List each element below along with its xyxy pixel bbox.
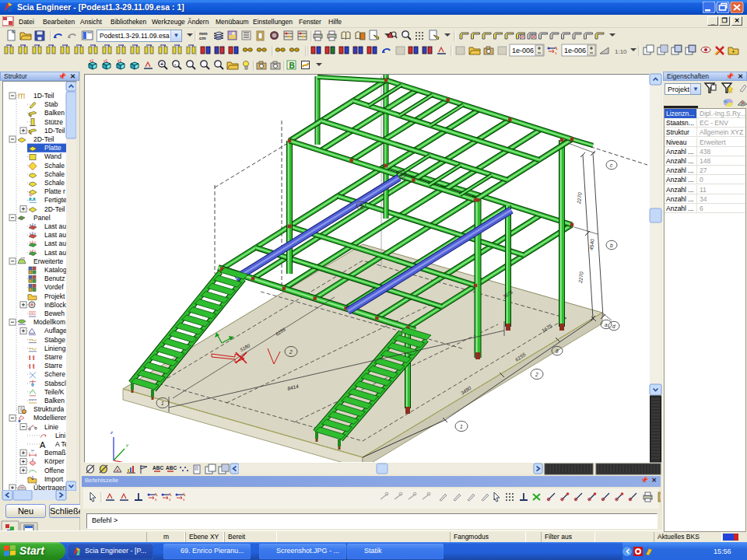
svg-text:1e-006: 1e-006 (512, 47, 534, 54)
svg-text:I: I (33, 362, 35, 370)
svg-text:I: I (33, 354, 35, 362)
svg-text:Balken: Balken (44, 397, 65, 404)
svg-text:Wand: Wand (44, 152, 61, 160)
svg-text:1:10: 1:10 (615, 48, 627, 55)
svg-text:Bemaß: Bemaß (44, 449, 65, 457)
svg-text:Last au: Last au (44, 222, 66, 230)
svg-text:ABC: ABC (166, 465, 177, 471)
svg-text:Teile/K: Teile/K (44, 388, 65, 396)
svg-text:Schale: Schale (44, 179, 65, 187)
svg-text:Schale: Schale (44, 170, 65, 178)
svg-text:A: A (40, 440, 46, 450)
svg-text:Modellierer: Modellierer (33, 414, 66, 422)
svg-text:Lini: Lini (55, 432, 65, 439)
svg-text:Linieng: Linieng (44, 345, 66, 352)
svg-text:Starre: Starre (44, 362, 62, 369)
svg-text:Last au: Last au (44, 249, 66, 257)
svg-text:2D-Teil: 2D-Teil (44, 205, 65, 213)
svg-text:Platte r: Platte r (44, 187, 65, 195)
svg-text:+: + (731, 48, 735, 55)
svg-text:Last au: Last au (44, 240, 66, 247)
svg-text:Stab: Stab (44, 100, 58, 108)
svg-text:B: B (289, 61, 295, 70)
svg-text:Schale: Schale (44, 162, 65, 170)
svg-text:Auflage: Auflage (44, 327, 67, 334)
svg-text:Fertigte: Fertigte (44, 196, 67, 204)
svg-text:Offene: Offene (44, 467, 65, 474)
svg-text:Linie: Linie (44, 423, 58, 431)
svg-text:Modellkom: Modellkom (33, 318, 65, 326)
svg-text:Balken: Balken (44, 109, 65, 117)
svg-text:1D-Teil: 1D-Teil (33, 92, 54, 100)
svg-text:I: I (29, 354, 31, 362)
svg-text:Körper: Körper (44, 457, 65, 465)
svg-text:Stabscl: Stabscl (44, 380, 66, 387)
svg-text:Strukturda: Strukturda (33, 405, 64, 413)
svg-text:2D-Teil: 2D-Teil (33, 135, 54, 143)
svg-text:+: + (160, 61, 163, 67)
svg-text:I: I (29, 362, 31, 370)
svg-text:x: x (555, 51, 557, 55)
svg-text:Erweiterte: Erweiterte (33, 257, 64, 265)
svg-text:Katalog: Katalog (44, 266, 67, 274)
svg-text:Schere: Schere (44, 370, 65, 378)
svg-text:InBlock: InBlock (44, 301, 67, 309)
svg-text:x1: x1 (89, 58, 94, 63)
svg-text:Stabge: Stabge (44, 336, 65, 344)
svg-text:Panel: Panel (33, 214, 51, 222)
svg-text:Import: Import (44, 475, 64, 483)
svg-text:Beweh: Beweh (44, 310, 65, 317)
svg-text:1D-Teil: 1D-Teil (44, 127, 65, 135)
svg-text:Starre: Starre (44, 353, 62, 361)
svg-text:y1: y1 (103, 58, 108, 63)
svg-text:Benutz: Benutz (44, 275, 65, 282)
svg-text:Platte: Platte (44, 144, 61, 152)
svg-text:Projekt: Projekt (44, 292, 65, 300)
svg-text:Stütze: Stütze (44, 118, 63, 126)
svg-text:Last au: Last au (44, 231, 66, 239)
svg-text:z1: z1 (117, 58, 122, 63)
svg-text:cm: cm (199, 36, 206, 40)
svg-text:ABC: ABC (153, 465, 163, 471)
svg-text:1e-006: 1e-006 (564, 47, 586, 54)
svg-text:Vordef: Vordef (44, 283, 64, 291)
